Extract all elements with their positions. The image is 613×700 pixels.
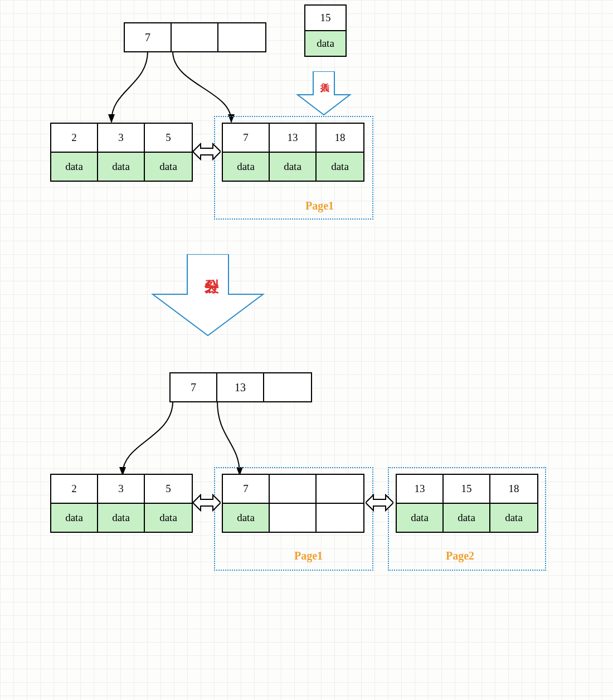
root-cell: 7 (125, 23, 172, 51)
leaf-key: 2 (51, 475, 98, 503)
leaf-key: 13 (397, 475, 444, 503)
svg-marker-4 (366, 495, 393, 511)
root-cell (264, 373, 311, 401)
leaf-data: data (223, 504, 270, 532)
leaf-key: 3 (98, 475, 145, 503)
leaf-data: data (145, 153, 192, 181)
leaf-key: 18 (317, 124, 363, 152)
leaf-data: data (98, 504, 145, 532)
leaf-data: data (223, 153, 270, 181)
root-node-bottom: 7 13 (169, 372, 312, 402)
double-arrow-icon (193, 494, 221, 512)
leaf-data: data (317, 153, 363, 181)
leaf-data-empty (270, 504, 317, 532)
leaf-key: 5 (145, 475, 192, 503)
leaf-key: 2 (51, 124, 98, 152)
leaf-left-bottom: 2 3 5 data data data (50, 474, 193, 533)
leaf-key (317, 475, 363, 503)
leaf-mid-bottom: 7 data (222, 474, 364, 533)
page1-label-bottom: Page1 (294, 550, 323, 562)
leaf-data: data (490, 504, 537, 532)
page1-label-top: Page1 (305, 200, 334, 212)
svg-marker-0 (298, 71, 350, 115)
svg-marker-3 (193, 495, 221, 511)
leaf-data: data (270, 153, 317, 181)
double-arrow-icon (366, 494, 393, 512)
leaf-left-top: 2 3 5 data data data (50, 123, 193, 182)
leaf-key: 13 (270, 124, 317, 152)
leaf-data: data (145, 504, 192, 532)
leaf-data: data (51, 504, 98, 532)
double-arrow-icon (193, 143, 221, 161)
split-arrow-icon (144, 254, 272, 338)
connector-bottom-left (111, 401, 223, 477)
leaf-key: 3 (98, 124, 145, 152)
insert-key: 15 (305, 6, 346, 30)
root-cell (172, 23, 218, 51)
root-node-top: 7 (124, 22, 266, 52)
leaf-data: data (98, 153, 145, 181)
leaf-data: data (397, 504, 444, 532)
svg-marker-2 (153, 254, 263, 336)
svg-marker-1 (193, 144, 221, 159)
root-cell: 13 (217, 373, 264, 401)
connector-bottom-mid (212, 401, 279, 477)
leaf-key: 15 (444, 475, 490, 503)
root-cell (218, 23, 265, 51)
leaf-key: 18 (490, 475, 537, 503)
leaf-data: data (51, 153, 98, 181)
insert-node: 15 data (304, 4, 347, 57)
insert-data: data (305, 31, 346, 56)
leaf-key: 7 (223, 124, 270, 152)
leaf-data: data (444, 504, 490, 532)
leaf-right-bottom: 13 15 18 data data data (396, 474, 538, 533)
leaf-key: 7 (223, 475, 270, 503)
leaf-right-top: 7 13 18 data data data (222, 123, 364, 182)
connector-top-right (167, 51, 256, 124)
leaf-key: 5 (145, 124, 192, 152)
root-cell: 7 (171, 373, 217, 401)
insert-arrow-icon (289, 71, 359, 116)
page2-label-bottom: Page2 (446, 550, 474, 562)
leaf-key (270, 475, 317, 503)
leaf-data-empty (317, 504, 363, 532)
